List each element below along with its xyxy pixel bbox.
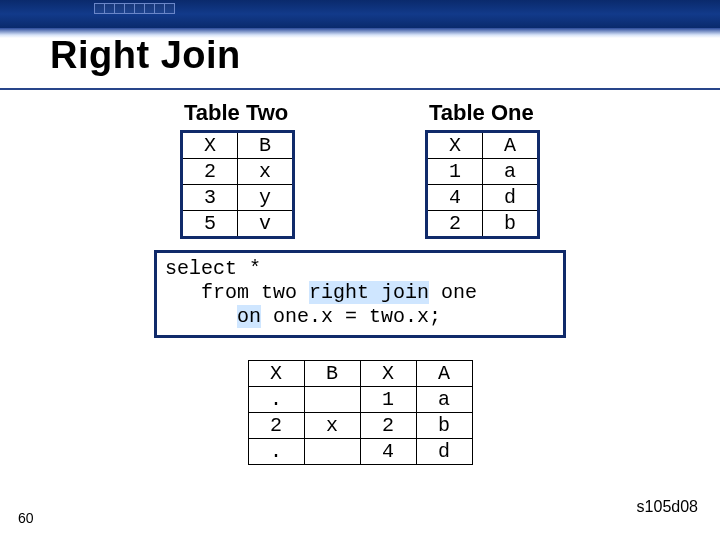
table-row: 2 x <box>182 159 294 185</box>
page-number: 60 <box>18 510 34 526</box>
sql-code: select * from two right join one on one.… <box>165 257 555 329</box>
table-row: . 4 d <box>248 439 472 465</box>
title-underline <box>0 88 720 90</box>
code-line: select * <box>165 257 261 280</box>
table-two-caption: Table Two <box>180 100 288 126</box>
table-row: 3 y <box>182 185 294 211</box>
page-title: Right Join <box>50 34 241 77</box>
cell: a <box>483 159 539 185</box>
table-row: X B X A <box>248 361 472 387</box>
highlight: right join <box>309 281 429 304</box>
table-row: 5 v <box>182 211 294 238</box>
table-row: 2 x 2 b <box>248 413 472 439</box>
cell: b <box>483 211 539 238</box>
source-tables-row: Table Two X B 2 x 3 y 5 v Table One X <box>0 100 720 239</box>
header-ornament <box>94 3 174 14</box>
cell: 2 <box>182 159 238 185</box>
col-header: B <box>238 132 294 159</box>
cell: 2 <box>360 413 416 439</box>
cell: v <box>238 211 294 238</box>
table-two-block: Table Two X B 2 x 3 y 5 v <box>180 100 295 239</box>
cell: 1 <box>427 159 483 185</box>
col-header: X <box>182 132 238 159</box>
table-one-caption: Table One <box>425 100 534 126</box>
cell <box>304 387 360 413</box>
cell: 5 <box>182 211 238 238</box>
cell: b <box>416 413 472 439</box>
cell: a <box>416 387 472 413</box>
cell: 4 <box>360 439 416 465</box>
table-two: X B 2 x 3 y 5 v <box>180 130 295 239</box>
table-row: X A <box>427 132 539 159</box>
result-table-wrap: X B X A . 1 a 2 x 2 b . 4 d <box>0 360 720 465</box>
cell: 2 <box>248 413 304 439</box>
code-line: from two right join one <box>165 281 477 304</box>
cell: d <box>483 185 539 211</box>
cell: 2 <box>427 211 483 238</box>
col-header: X <box>360 361 416 387</box>
result-table: X B X A . 1 a 2 x 2 b . 4 d <box>248 360 473 465</box>
col-header: X <box>427 132 483 159</box>
cell: 1 <box>360 387 416 413</box>
cell: x <box>304 413 360 439</box>
col-header: A <box>483 132 539 159</box>
code-line: on one.x = two.x; <box>165 305 441 328</box>
cell: . <box>248 439 304 465</box>
cell: 4 <box>427 185 483 211</box>
header-band <box>0 0 720 28</box>
col-header: A <box>416 361 472 387</box>
col-header: B <box>304 361 360 387</box>
table-row: . 1 a <box>248 387 472 413</box>
table-row: 1 a <box>427 159 539 185</box>
cell: x <box>238 159 294 185</box>
cell: 3 <box>182 185 238 211</box>
slide-code: s105d08 <box>637 498 698 516</box>
highlight: on <box>237 305 261 328</box>
cell: y <box>238 185 294 211</box>
cell: d <box>416 439 472 465</box>
table-row: X B <box>182 132 294 159</box>
cell: . <box>248 387 304 413</box>
table-one: X A 1 a 4 d 2 b <box>425 130 540 239</box>
table-row: 2 b <box>427 211 539 238</box>
sql-code-box: select * from two right join one on one.… <box>154 250 566 338</box>
col-header: X <box>248 361 304 387</box>
table-row: 4 d <box>427 185 539 211</box>
table-one-block: Table One X A 1 a 4 d 2 b <box>425 100 540 239</box>
cell <box>304 439 360 465</box>
